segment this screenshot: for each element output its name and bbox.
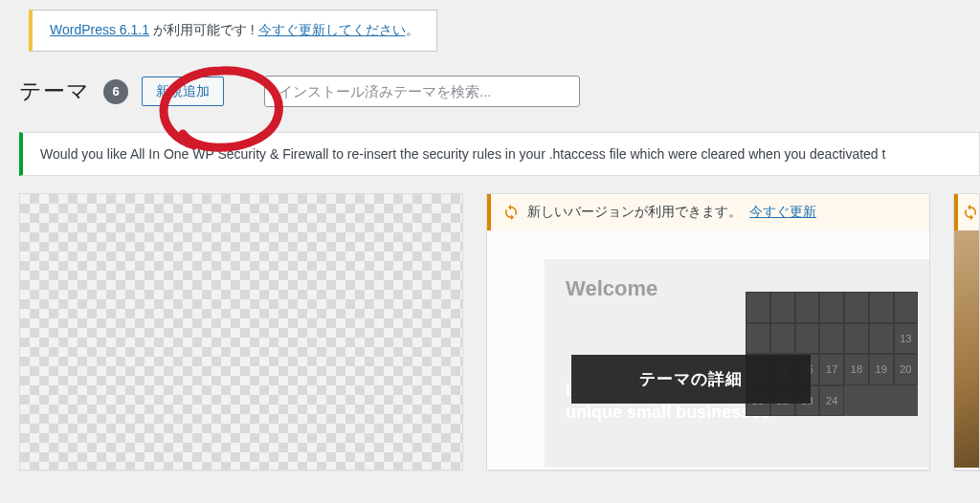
theme-card[interactable]: [19, 193, 463, 470]
theme-update-text: 新しいバージョンが利用できます。: [527, 204, 742, 221]
theme-preview: [954, 230, 979, 468]
calendar-day: [894, 292, 919, 323]
calendar-day: [819, 323, 844, 355]
theme-card[interactable]: [953, 193, 980, 470]
wp-version-link[interactable]: WordPress 6.1.1: [50, 22, 149, 37]
wp-nag-trailing: 。: [406, 22, 419, 37]
calendar-day: [770, 292, 795, 323]
calendar-day: [869, 292, 894, 323]
calendar-day: [844, 323, 869, 355]
calendar-day: 13: [894, 323, 919, 355]
calendar-day: [819, 292, 844, 323]
calendar-day: [770, 323, 795, 355]
theme-update-link[interactable]: 今すぐ更新: [749, 204, 816, 221]
theme-preview: Welcome Digital strategy for unique smal…: [487, 230, 929, 468]
calendar-day: [746, 323, 770, 355]
themes-header: テーマ 6 新規追加: [19, 76, 980, 132]
calendar-day: [746, 292, 770, 323]
refresh-icon: [962, 204, 979, 221]
refresh-icon: [502, 204, 520, 221]
theme-update-bar: 新しいバージョンが利用できます。 今すぐ更新: [487, 194, 929, 230]
page-title: テーマ: [19, 77, 90, 106]
theme-update-bar: [954, 194, 979, 230]
wp-update-now-link[interactable]: 今すぐ更新してください: [258, 22, 406, 37]
calendar-day: 19: [869, 354, 894, 385]
calendar-day: [869, 323, 894, 355]
wp-update-nag: WordPress 6.1.1 が利用可能です ! 今すぐ更新してください。: [29, 10, 437, 52]
calendar-day: [795, 292, 820, 323]
themes-grid: 新しいバージョンが利用できます。 今すぐ更新 Welcome Digital s…: [19, 193, 980, 470]
security-notice: Would you like All In One WP Security & …: [19, 132, 980, 176]
security-notice-text: Would you like All In One WP Security & …: [40, 146, 885, 162]
calendar-day: 17: [819, 354, 844, 385]
theme-count-badge: 6: [103, 79, 128, 104]
calendar-day: [844, 292, 869, 323]
add-new-button[interactable]: 新規追加: [142, 77, 224, 106]
calendar-day: 24: [819, 385, 844, 417]
calendar-day: [795, 323, 820, 355]
theme-card[interactable]: 新しいバージョンが利用できます。 今すぐ更新 Welcome Digital s…: [486, 193, 930, 470]
wp-nag-middle: が利用可能です !: [149, 22, 258, 37]
theme-details-overlay[interactable]: テーマの詳細: [571, 355, 811, 404]
calendar-day: 20: [894, 354, 919, 385]
calendar-day: 18: [844, 354, 869, 385]
search-themes-input[interactable]: [264, 76, 580, 107]
